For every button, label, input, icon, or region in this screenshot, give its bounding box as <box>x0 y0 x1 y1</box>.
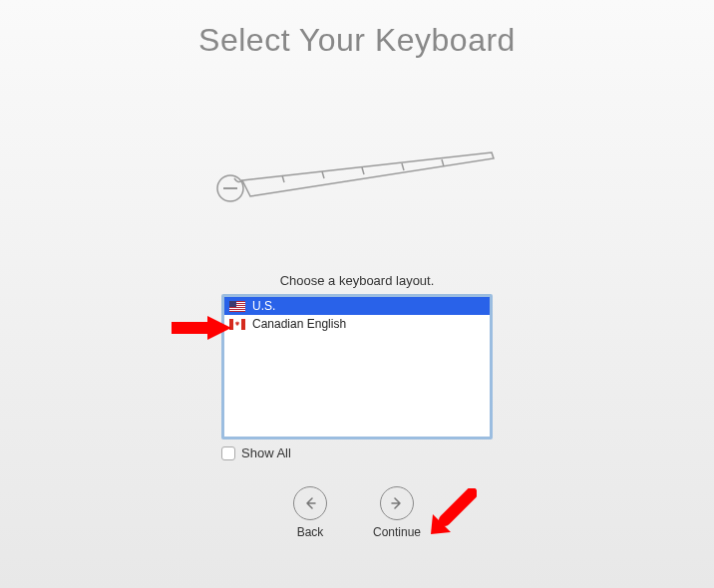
arrow-left-icon <box>293 486 327 520</box>
list-item-label: Canadian English <box>252 317 346 331</box>
show-all-row: Show All <box>221 445 493 460</box>
instruction-text: Choose a keyboard layout. <box>0 273 714 288</box>
svg-rect-15 <box>229 319 233 330</box>
continue-button[interactable]: Continue <box>373 486 421 539</box>
back-button[interactable]: Back <box>293 486 327 539</box>
arrow-right-icon <box>380 486 414 520</box>
list-item-canadian[interactable]: Canadian English <box>224 315 490 333</box>
svg-rect-12 <box>229 310 245 311</box>
page-title: Select Your Keyboard <box>0 22 714 59</box>
list-item-label: U.S. <box>252 299 275 313</box>
continue-label: Continue <box>373 525 421 539</box>
keyboard-icon <box>212 139 502 218</box>
svg-line-4 <box>362 167 364 174</box>
keyboard-layout-list[interactable]: U.S. Canadian English <box>221 294 493 440</box>
list-item-us[interactable]: U.S. <box>224 297 490 315</box>
svg-rect-11 <box>229 308 245 309</box>
show-all-checkbox[interactable] <box>221 446 235 460</box>
nav-buttons: Back Continue <box>0 486 714 539</box>
svg-line-5 <box>402 163 404 170</box>
svg-rect-13 <box>229 301 236 307</box>
back-label: Back <box>297 525 324 539</box>
svg-rect-16 <box>241 319 245 330</box>
show-all-label: Show All <box>241 445 291 460</box>
us-flag-icon <box>229 301 245 312</box>
svg-line-3 <box>322 171 324 178</box>
canada-flag-icon <box>229 319 245 330</box>
svg-line-6 <box>442 159 444 166</box>
